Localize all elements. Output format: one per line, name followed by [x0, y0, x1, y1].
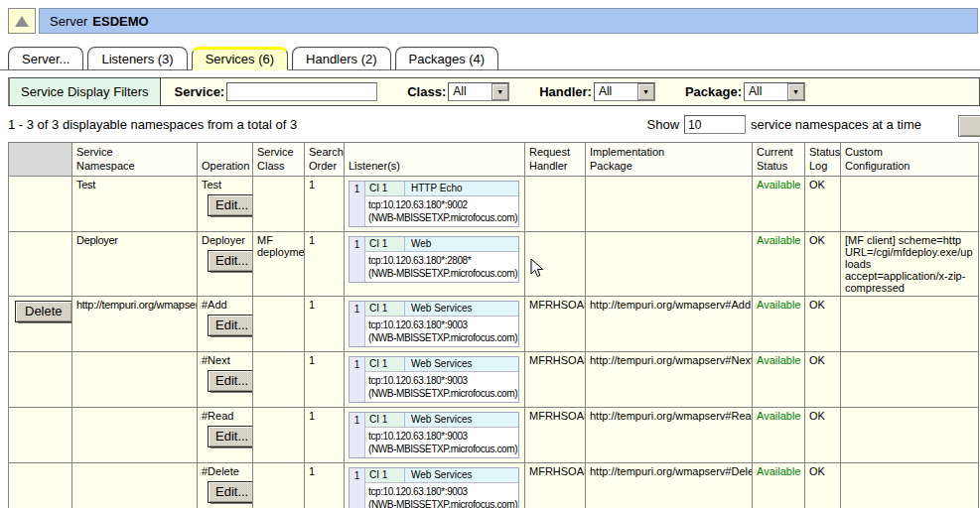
listener-name: Web Services — [405, 468, 518, 482]
listener-box: 1 CI 1 Web tcp:10.120.63.180*:2808* (NWB… — [349, 236, 519, 283]
server-label: Server — [50, 14, 87, 29]
table-row: #Next Edit... 1 1 CI 1 Web Services tcp:… — [9, 352, 979, 408]
filter-bar-title: Service Display Filters — [10, 78, 161, 105]
service-namespace-cell — [72, 352, 198, 408]
edit-button[interactable]: Edit... — [208, 481, 253, 503]
request-handler-cell: MFRHSOAP — [525, 463, 586, 508]
custom-configuration-cell — [841, 408, 979, 463]
table-header-row: Service Namespace Operation Service Clas… — [9, 143, 979, 177]
col-header-request-handler: Request Handler — [525, 143, 586, 177]
listener-number: 1 — [350, 413, 365, 457]
custom-configuration-cell — [841, 352, 979, 408]
edit-button[interactable]: Edit... — [208, 426, 253, 447]
service-class-cell — [253, 352, 305, 408]
chevron-down-icon: ▼ — [637, 83, 654, 100]
service-namespace-cell: Deployer — [72, 232, 198, 297]
package-filter-select[interactable]: All ▼ — [744, 82, 805, 101]
show-count-group: Show service namespaces at a time — [642, 115, 980, 134]
status-log-cell: OK — [805, 408, 841, 463]
listeners-cell: 1 CI 1 HTTP Echo tcp:10.120.63.180*:9002… — [345, 177, 525, 232]
request-handler-cell — [525, 232, 586, 297]
edit-button[interactable]: Edit... — [208, 194, 253, 216]
current-status-cell: Available — [753, 408, 805, 463]
implementation-package-cell: http://tempuri.org/wmapserv#Add — [586, 297, 753, 352]
chevron-down-icon: ▼ — [491, 83, 508, 100]
filter-fields: Service: Class: All ▼ Handler: All ▼ Pac… — [161, 78, 835, 105]
operation-cell: #Read Edit... — [198, 408, 253, 463]
edit-button[interactable]: Edit... — [208, 250, 253, 272]
tab-packages[interactable]: Packages (4) — [395, 47, 499, 69]
listener-box: 1 CI 1 Web Services tcp:10.120.63.180*:9… — [349, 412, 519, 458]
status-text: Available — [757, 465, 800, 477]
handler-filter-select[interactable]: All ▼ — [594, 82, 655, 101]
tab-listeners[interactable]: Listeners (3) — [87, 47, 187, 69]
listeners-cell: 1 CI 1 Web Services tcp:10.120.63.180*:9… — [345, 408, 525, 463]
server-header-bar: Server ESDEMO — [8, 8, 978, 34]
custom-configuration-cell — [841, 177, 979, 232]
listener-box: 1 CI 1 Web Services tcp:10.120.63.180*:9… — [349, 467, 519, 508]
tab-services[interactable]: Services (6) — [192, 47, 288, 70]
handler-filter-label: Handler: — [539, 84, 592, 99]
tab-handlers[interactable]: Handlers (2) — [292, 47, 391, 69]
listener-box: 1 CI 1 HTTP Echo tcp:10.120.63.180*:9002… — [349, 181, 519, 227]
edit-button[interactable]: Edit... — [208, 370, 253, 392]
listener-number: 1 — [350, 237, 365, 282]
service-namespace-cell — [72, 463, 198, 508]
listener-number: 1 — [350, 468, 365, 508]
listener-name: Web — [405, 237, 518, 251]
col-header-search-order: Search Order — [305, 143, 345, 177]
filter-bar: Service Display Filters Service: Class: … — [8, 77, 980, 106]
implementation-package-cell: http://tempuri.org/wmapserv#Delete — [586, 463, 753, 508]
server-name: ESDEMO — [92, 14, 148, 29]
col-header-action — [9, 143, 72, 177]
col-header-custom-configuration: Custom Configuration — [841, 143, 979, 177]
class-filter-select[interactable]: All ▼ — [448, 82, 509, 101]
col-header-status-log: Status Log — [805, 143, 841, 177]
search-order-cell: 1 — [305, 352, 345, 408]
implementation-package-cell — [586, 177, 753, 232]
package-filter-label: Package: — [685, 84, 742, 99]
listener-name: HTTP Echo — [405, 182, 518, 195]
search-order-cell: 1 — [305, 297, 345, 352]
listener-address: tcp:10.120.63.180*:9003 (NWB-MBISSETXP.m… — [365, 483, 518, 508]
listener-ci-label: CI 1 — [365, 468, 405, 482]
operation-cell: Deployer Edit... — [198, 232, 253, 297]
listener-address: tcp:10.120.63.180*:2808* (NWB-MBISSETXP.… — [365, 252, 518, 282]
listeners-cell: 1 CI 1 Web Services tcp:10.120.63.180*:9… — [345, 463, 525, 508]
listener-ci-label: CI 1 — [365, 413, 405, 427]
table-row: #Delete Edit... 1 1 CI 1 Web Services tc… — [9, 463, 979, 508]
col-header-service-class: Service Class — [253, 143, 305, 177]
page: { "header": { "server_label": "Server", … — [0, 0, 980, 508]
show-suffix: service namespaces at a time — [751, 117, 921, 132]
listener-address: tcp:10.120.63.180*:9003 (NWB-MBISSETXP.m… — [365, 372, 518, 402]
pagination-row: 1 - 3 of 3 displayable namespaces from a… — [8, 113, 980, 136]
listener-number: 1 — [350, 182, 365, 226]
table-row: Deployer Deployer Edit... MF deployment … — [9, 232, 979, 297]
listener-number: 1 — [350, 302, 365, 346]
listeners-cell: 1 CI 1 Web Services tcp:10.120.63.180*:9… — [345, 297, 525, 352]
triangle-up-icon — [15, 16, 29, 27]
current-status-cell: Available — [753, 463, 805, 508]
request-handler-cell: MFRHSOAP — [525, 352, 586, 408]
service-class-cell — [253, 408, 305, 463]
action-cell — [9, 232, 72, 297]
col-header-implementation-package: Implementation Package — [586, 143, 753, 177]
custom-configuration-cell: [MF client] scheme=http URL=/cgi/mfdeplo… — [841, 232, 979, 297]
tab-server[interactable]: Server... — [8, 47, 83, 69]
pager-button[interactable] — [958, 115, 980, 137]
table-row: #Read Edit... 1 1 CI 1 Web Services tcp:… — [9, 408, 979, 463]
col-header-listeners: Listener(s) — [345, 143, 525, 177]
col-header-current-status: Current Status — [753, 143, 805, 177]
table-row: Delete http://tempuri.org/wmapserv #Add … — [9, 297, 979, 352]
delete-button[interactable]: Delete — [15, 301, 72, 322]
show-label: Show — [647, 117, 680, 132]
service-filter-label: Service: — [175, 84, 225, 99]
service-filter-input[interactable] — [226, 82, 377, 101]
collapse-toggle[interactable] — [8, 8, 36, 34]
show-count-input[interactable] — [684, 115, 746, 134]
edit-button[interactable]: Edit... — [208, 315, 253, 336]
listener-number: 1 — [350, 357, 365, 402]
class-filter-label: Class: — [407, 84, 446, 99]
listener-address: tcp:10.120.63.180*:9002 (NWB-MBISSETXP.m… — [365, 196, 518, 226]
action-cell — [9, 352, 72, 408]
